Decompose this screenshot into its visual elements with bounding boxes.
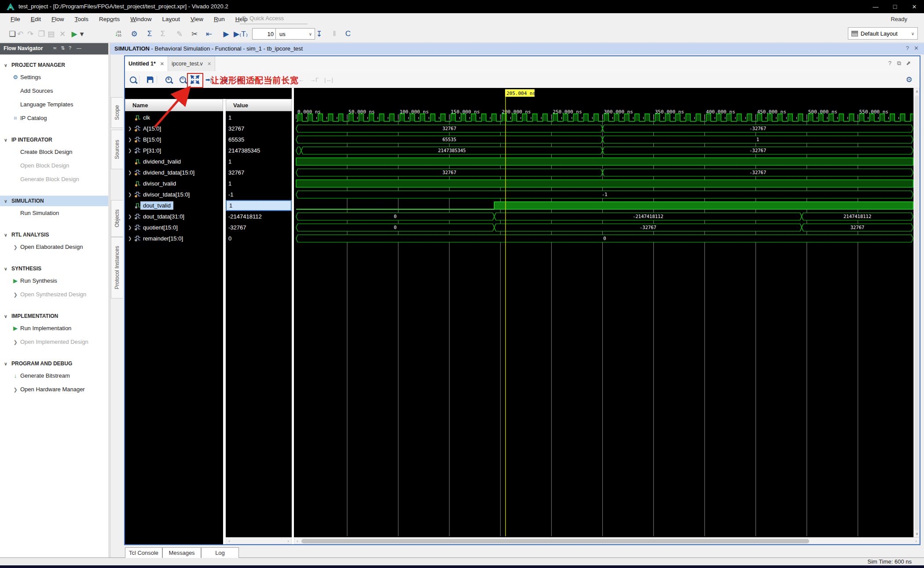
signal-value-dividend_tvalid[interactable]: 1: [226, 156, 292, 167]
signal-value-remainder150[interactable]: 0: [226, 233, 292, 244]
signal-value-B150[interactable]: 65535: [226, 134, 292, 145]
flow-section-project-manager[interactable]: ∨PROJECT MANAGER: [0, 60, 108, 70]
flow-header-icon-3[interactable]: —: [77, 45, 81, 51]
delete-breakpoints-icon[interactable]: ✂: [188, 28, 201, 40]
hscroll-thumb[interactable]: [301, 539, 809, 543]
flow-section-implementation[interactable]: ∨IMPLEMENTATION: [0, 311, 108, 321]
flow-item-language-templates[interactable]: Language Templates: [0, 98, 108, 111]
flow-item-open-block-design[interactable]: Open Block Design: [0, 159, 108, 172]
relaunch-icon[interactable]: C: [342, 28, 354, 40]
signal-value-A150[interactable]: 32767: [226, 123, 292, 134]
find-icon[interactable]: [127, 73, 139, 86]
wave-settings-icon[interactable]: ⚙: [903, 73, 915, 86]
generate-bitstream-icon[interactable]: ↓0110: [112, 28, 124, 40]
signal-row-dividend_tdata150[interactable]: ❯dividend_tdata[15:0]: [125, 167, 223, 178]
wave-hscrollbar[interactable]: ‹ ›: [294, 537, 920, 544]
signal-row-divisor_tdata150[interactable]: ❯divisor_tdata[15:0]: [125, 189, 223, 200]
menu-reports[interactable]: Reports: [94, 13, 125, 25]
menu-layout[interactable]: Layout: [157, 13, 185, 25]
expand-icon[interactable]: ❯: [128, 126, 132, 131]
expand-icon[interactable]: ❯: [128, 170, 132, 175]
menu-file[interactable]: File: [5, 13, 26, 25]
panel-divider[interactable]: [108, 43, 110, 557]
signal-row-dout_tdata310[interactable]: ❯dout_tdata[31:0]: [125, 211, 223, 222]
flow-item-open-implemented-design[interactable]: ❯Open Implemented Design: [0, 335, 108, 349]
flow-item-run-implementation[interactable]: ▶Run Implementation: [0, 321, 108, 335]
edit-icon[interactable]: ✎: [173, 28, 186, 40]
restart-icon[interactable]: ⇤: [203, 28, 215, 40]
signal-value-P310[interactable]: 2147385345: [226, 145, 292, 156]
menu-run[interactable]: Run: [209, 13, 230, 25]
value-column-header[interactable]: Value: [226, 99, 292, 111]
flow-section-synthesis[interactable]: ∨SYNTHESIS: [0, 263, 108, 274]
expand-icon[interactable]: ❯: [128, 225, 132, 230]
flow-item-generate-block-design[interactable]: Generate Block Design: [0, 172, 108, 186]
expand-icon[interactable]: ❯: [128, 236, 132, 241]
report-sum-icon[interactable]: Σ: [143, 28, 156, 40]
zoom-in-icon[interactable]: +: [162, 73, 175, 86]
scroll-up-icon[interactable]: ∧: [914, 88, 920, 95]
flow-section-program-and-debug[interactable]: ∨PROGRAM AND DEBUG: [0, 358, 108, 369]
flow-header-icon-1[interactable]: ⇅: [61, 45, 65, 51]
flow-item-open-hardware-manager[interactable]: ❯Open Hardware Manager: [0, 382, 108, 396]
flow-item-settings[interactable]: ⚙Settings: [0, 70, 108, 84]
value-hscrollbar[interactable]: ‹ ›: [226, 537, 292, 544]
signal-value-divisor_tdata150[interactable]: -1: [226, 189, 292, 200]
run-all-icon[interactable]: ▶: [220, 28, 232, 40]
close-tab-icon[interactable]: ✕: [160, 61, 164, 67]
float-window-icon[interactable]: ⧉: [897, 60, 901, 67]
menu-tools[interactable]: Tools: [70, 13, 94, 25]
context-help-icon[interactable]: ?: [906, 45, 909, 51]
expand-icon[interactable]: ❯: [128, 148, 132, 153]
name-column-header[interactable]: Name: [125, 99, 223, 111]
expand-icon[interactable]: ❯: [128, 214, 132, 219]
flow-section-ip-integrator[interactable]: ∨IP INTEGRATOR: [0, 135, 108, 145]
menu-edit[interactable]: Edit: [26, 13, 46, 25]
flow-item-create-block-design[interactable]: Create Block Design: [0, 145, 108, 159]
close-button[interactable]: ✕: [905, 0, 924, 13]
wave-canvas[interactable]: 0.000 ns50.000 ns100.000 ns150.000 ns200…: [294, 88, 913, 537]
next-marker-icon[interactable]: →Γ: [308, 73, 320, 86]
paste-icon[interactable]: ▤: [45, 28, 57, 40]
side-tab-sources[interactable]: Sources: [111, 130, 123, 169]
signal-row-divisor_tvalid[interactable]: divisor_tvalid: [125, 178, 223, 189]
layout-select[interactable]: Default Layout∨: [848, 27, 918, 40]
signal-value-dividend_tdata150[interactable]: 32767: [226, 167, 292, 178]
value-scroll-right-icon[interactable]: ›: [285, 538, 291, 545]
save-wave-config-icon[interactable]: [144, 73, 156, 86]
menu-view[interactable]: View: [185, 13, 209, 25]
wave-scroll-right-icon[interactable]: ›: [913, 538, 919, 545]
redo-icon[interactable]: ↷: [24, 28, 37, 40]
delete-icon[interactable]: ✕: [56, 28, 69, 40]
flow-header-icon-2[interactable]: ?: [69, 45, 71, 51]
run-time-input[interactable]: [252, 28, 276, 40]
wave-tab-ipcore-test-v[interactable]: ipcore_test.v✕: [168, 56, 215, 71]
side-tab-objects[interactable]: Objects: [111, 200, 123, 237]
signal-value-divisor_tvalid[interactable]: 1: [226, 178, 292, 189]
wave-tab-untitled-1-[interactable]: Untitled 1*✕: [125, 56, 168, 71]
quick-access-input[interactable]: Q- Quick Access: [240, 15, 308, 24]
run-for-time-icon[interactable]: ▶₍T₎: [235, 28, 247, 40]
signal-row-quotient150[interactable]: ❯quotient[15:0]: [125, 222, 223, 233]
settings-icon[interactable]: ⚙: [128, 28, 140, 40]
maximize-window-icon[interactable]: ⬈: [906, 60, 911, 66]
value-scroll-left-icon[interactable]: ‹: [226, 538, 232, 545]
signal-value-clk[interactable]: 1: [226, 112, 292, 123]
maximize-button[interactable]: □: [885, 0, 905, 13]
flow-section-rtl-analysis[interactable]: ∨RTL ANALYSIS: [0, 229, 108, 240]
signal-row-remainder150[interactable]: ❯remainder[15:0]: [125, 233, 223, 244]
signal-row-A150[interactable]: ❯A[15:0]: [125, 123, 223, 134]
signal-row-P310[interactable]: ❯P[31:0]: [125, 145, 223, 156]
signal-row-dividend_tvalid[interactable]: dividend_tvalid: [125, 156, 223, 167]
signal-value-dout_tdata310[interactable]: -2147418112: [226, 211, 292, 222]
bottom-tab-messages[interactable]: Messages: [162, 547, 201, 558]
menu-flow[interactable]: Flow: [46, 13, 70, 25]
menu-window[interactable]: Window: [125, 13, 157, 25]
flow-section-simulation[interactable]: ∨SIMULATION: [0, 196, 108, 206]
close-tab-icon[interactable]: ✕: [207, 61, 211, 67]
flow-item-ip-catalog[interactable]: ⌗IP Catalog: [0, 111, 108, 125]
step-icon[interactable]: ↧: [313, 28, 325, 40]
expand-icon[interactable]: ❯: [128, 192, 132, 197]
bottom-tab-log[interactable]: Log: [201, 547, 239, 558]
wave-scroll-left-icon[interactable]: ‹: [294, 538, 301, 545]
